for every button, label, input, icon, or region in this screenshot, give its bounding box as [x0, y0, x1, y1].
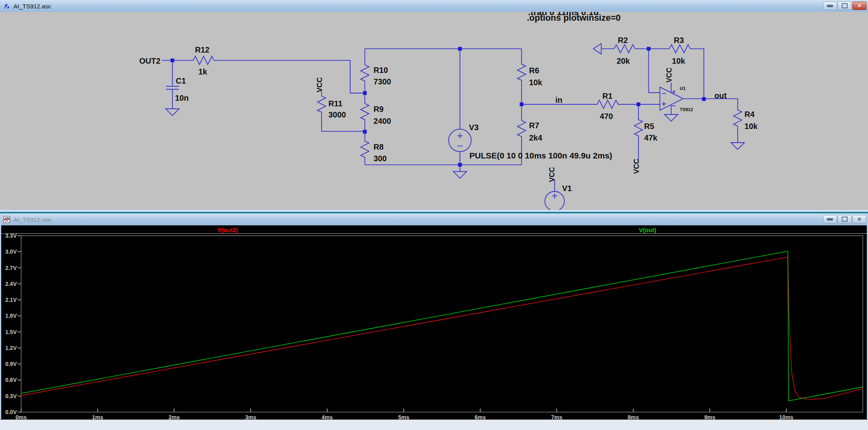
- schematic-drawing: OUT2 R12 1k C1 10n VCC R11 3000 R10 7300…: [0, 12, 868, 210]
- label-r10-val[interactable]: 7300: [373, 77, 391, 86]
- ground-symbol-r4[interactable]: [731, 143, 744, 149]
- schematic-window-title: AI_TS912.asc: [14, 3, 51, 10]
- label-r5-ref[interactable]: R5: [644, 122, 654, 131]
- label-r3-ref[interactable]: R3: [674, 36, 684, 45]
- label-r11-ref[interactable]: R11: [328, 99, 342, 108]
- x-tick-label: 6ms: [475, 414, 486, 419]
- waveform-window-title: AI_TS912.raw: [14, 216, 51, 223]
- traces: [21, 251, 863, 401]
- label-r6-ref[interactable]: R6: [529, 66, 539, 75]
- y-tick-label: 0.6V: [5, 377, 17, 383]
- resistor-symbols[interactable]: [192, 45, 742, 159]
- y-tick-label: 0.3V: [5, 393, 17, 399]
- voltage-source-v1[interactable]: [545, 192, 564, 210]
- label-v3-value[interactable]: PULSE(0 10 0 10ms 100n 49.9u 2ms): [469, 151, 612, 160]
- waveform-minimize-button[interactable]: [823, 215, 837, 223]
- label-r1-ref[interactable]: R1: [602, 92, 612, 100]
- label-r9-ref[interactable]: R9: [373, 105, 383, 113]
- label-c1-ref[interactable]: C1: [176, 76, 186, 85]
- resistor-r6[interactable]: [517, 63, 526, 82]
- waveform-plot-pane[interactable]: V(out2) V(out) 3.3V3.0V2.7V2.4V2.1V1.8V1…: [1, 225, 867, 419]
- x-tick-label: 3ms: [245, 414, 256, 419]
- label-r8-ref[interactable]: R8: [373, 143, 383, 151]
- resistor-r3[interactable]: [668, 45, 691, 53]
- voltage-source-v3[interactable]: [449, 129, 471, 152]
- schematic-maximize-button[interactable]: [838, 2, 852, 10]
- window-frame-edge: [0, 420, 868, 421]
- label-r12-ref[interactable]: R12: [195, 45, 209, 54]
- resistor-r12[interactable]: [192, 56, 215, 64]
- net-label-in[interactable]: in: [556, 96, 563, 104]
- waveform-plot[interactable]: 3.3V3.0V2.7V2.4V2.1V1.8V1.5V1.2V0.9V0.6V…: [1, 225, 867, 419]
- schematic-titlebar[interactable]: AI_TS912.asc ✕: [0, 0, 868, 12]
- net-label-out[interactable]: out: [715, 91, 727, 100]
- label-c1-val[interactable]: 10n: [175, 94, 189, 102]
- legend-vout2[interactable]: V(out2): [217, 227, 238, 233]
- resistor-r9[interactable]: [361, 102, 369, 121]
- plot-border: [21, 236, 863, 412]
- capacitor-c1[interactable]: [166, 86, 179, 90]
- resistor-r4[interactable]: [734, 108, 742, 128]
- resistor-r7[interactable]: [517, 119, 526, 139]
- label-r1-val[interactable]: 470: [600, 112, 613, 121]
- y-tick-label: 1.5V: [5, 329, 17, 335]
- schematic-canvas[interactable]: .tran 0 11ms 0 1u .options plotwinsize=0: [0, 12, 868, 210]
- label-u1-part[interactable]: TS912: [680, 107, 693, 112]
- waveform-titlebar[interactable]: AI_TS912.raw ✕: [0, 213, 868, 226]
- label-r2-ref[interactable]: R2: [618, 36, 628, 45]
- x-tick-label: 9ms: [704, 414, 715, 419]
- close-icon: ✕: [857, 3, 862, 8]
- label-r10-ref[interactable]: R10: [373, 66, 388, 74]
- spice-directive-options[interactable]: .options plotwinsize=0: [527, 13, 621, 23]
- label-r2-val[interactable]: 20k: [617, 57, 630, 65]
- legend-vout[interactable]: V(out): [639, 227, 656, 233]
- label-r9-val[interactable]: 2400: [373, 117, 391, 125]
- noninverting-input-icon: [662, 102, 666, 106]
- net-label-vcc-r11[interactable]: VCC: [316, 77, 324, 92]
- resistor-r2[interactable]: [613, 45, 636, 53]
- schematic-minimize-button[interactable]: [823, 2, 837, 10]
- ground-symbol-c1[interactable]: [166, 109, 179, 115]
- waveform-window: AI_TS912.raw ✕ V(out2) V(out) 3.3V3.0V2.…: [0, 210, 868, 430]
- label-r3-val[interactable]: 10k: [672, 57, 685, 65]
- resistor-r11[interactable]: [318, 94, 326, 114]
- x-axis: 0ms1ms2ms3ms4ms5ms6ms7ms8ms9ms10ms: [16, 408, 793, 419]
- net-label-vcc-r5[interactable]: VCC: [632, 159, 640, 174]
- label-r11-val[interactable]: 3000: [328, 110, 346, 119]
- net-label-vcc-v1[interactable]: VCC: [548, 167, 556, 182]
- waveform-close-button[interactable]: ✕: [852, 215, 866, 223]
- ground-symbol-opamp[interactable]: [664, 114, 678, 121]
- label-r7-val[interactable]: 2k4: [529, 133, 542, 142]
- label-r12-val[interactable]: 1k: [198, 67, 208, 76]
- x-tick-label: 10ms: [779, 414, 793, 419]
- schematic-wires[interactable]: [162, 49, 738, 191]
- label-u1-ref[interactable]: U1: [680, 86, 685, 91]
- trace-vout2[interactable]: [21, 257, 863, 400]
- ltspice-desktop: AI_TS912.asc ✕ .tran 0 11ms 0 1u .option…: [0, 0, 868, 430]
- minimize-icon: [827, 218, 833, 221]
- resistor-r8[interactable]: [361, 140, 369, 159]
- label-r4-ref[interactable]: R4: [744, 110, 754, 119]
- label-v1-ref[interactable]: V1: [562, 184, 572, 193]
- trace-vout[interactable]: [21, 251, 863, 401]
- ground-symbol-v3[interactable]: [453, 172, 467, 178]
- waveform-maximize-button[interactable]: [838, 215, 852, 223]
- minimize-icon: [827, 5, 833, 7]
- port-flag-left-arrow[interactable]: [593, 43, 601, 54]
- label-r5-val[interactable]: 47k: [644, 133, 658, 142]
- label-r4-val[interactable]: 10k: [744, 122, 758, 131]
- x-tick-label: 8ms: [628, 414, 639, 419]
- y-tick-label: 3.0V: [5, 248, 17, 255]
- resistor-r10[interactable]: [361, 63, 369, 83]
- net-label-out2[interactable]: OUT2: [139, 57, 161, 65]
- label-v3-ref[interactable]: V3: [469, 123, 479, 132]
- label-r8-val[interactable]: 300: [373, 154, 387, 163]
- resistor-r5[interactable]: [634, 118, 643, 138]
- resistor-r1[interactable]: [596, 100, 619, 109]
- y-tick-label: 0.9V: [5, 361, 17, 367]
- x-tick-label: 2ms: [169, 414, 180, 419]
- label-r6-val[interactable]: 10k: [529, 78, 543, 87]
- schematic-close-button[interactable]: ✕: [852, 2, 866, 10]
- net-label-vcc-opamp[interactable]: VCC: [665, 67, 673, 82]
- label-r7-ref[interactable]: R7: [529, 121, 539, 130]
